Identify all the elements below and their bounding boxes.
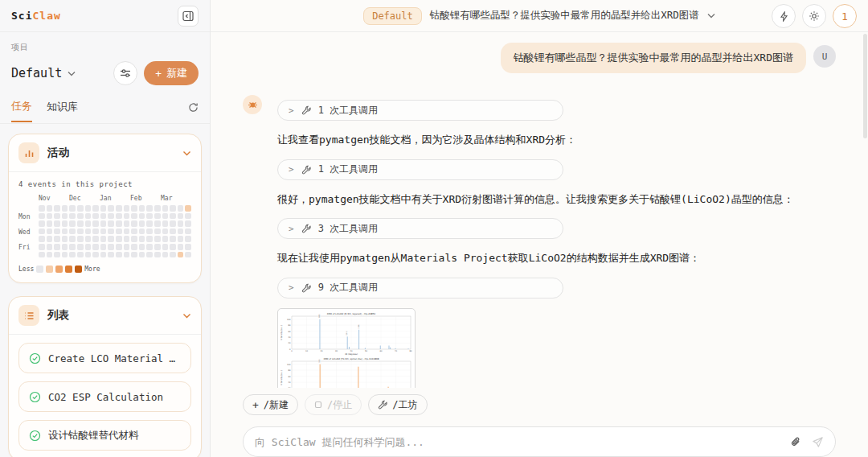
legend-less-label: Less <box>18 266 34 273</box>
activity-heatmap <box>39 205 191 259</box>
new-project-button[interactable]: + 新建 <box>144 61 199 85</box>
xrd-chart: 01020304050607080020406080100(111)XRD of… <box>280 356 413 389</box>
heatmap-cell <box>108 228 114 235</box>
tool-calls-expander[interactable]: >1 次工具调用 <box>277 100 563 121</box>
heatmap-cell <box>47 220 53 227</box>
refresh-icon[interactable] <box>188 102 199 119</box>
tool-calls-label: 1 次工具调用 <box>318 104 378 117</box>
heatmap-month: Mar <box>161 195 191 202</box>
heatmap-cell <box>92 213 99 220</box>
composer: +/新建/停止/工坊 <box>211 388 868 457</box>
heatmap-cell <box>154 228 161 235</box>
heatmap-cell <box>146 252 153 258</box>
heatmap-cell <box>85 205 92 212</box>
message-input[interactable] <box>255 436 780 448</box>
settings-button[interactable] <box>802 4 826 28</box>
heatmap-cell <box>62 252 68 258</box>
send-button[interactable] <box>812 436 824 448</box>
activity-card: 活动 4 events in this project NovDecJanFeb… <box>8 134 202 283</box>
heatmap-month: Jan <box>100 195 130 202</box>
conversation-title: 钴酸锂有哪些晶型？提供实验中最常用的晶型并给出XRD图谱 <box>430 9 699 23</box>
heatmap-cell <box>154 236 161 242</box>
heatmap-cell <box>146 236 153 242</box>
heatmap-cell <box>85 213 92 220</box>
heatmap-cell <box>77 244 84 250</box>
heatmap-cell <box>124 205 130 212</box>
assistant-text: 让我查看pymatgen技能文档，因为它涉及晶体结构和XRD分析： <box>277 132 836 148</box>
heatmap-cell <box>139 213 145 220</box>
heatmap-cell <box>92 205 99 212</box>
quick-actions-button[interactable] <box>772 4 796 28</box>
list-item[interactable]: CO2 ESP Calculation <box>18 381 191 412</box>
heatmap-cell <box>108 220 114 227</box>
composer-action-wrench-button[interactable]: /工坊 <box>368 394 427 415</box>
heatmap-cell <box>131 252 137 258</box>
panel-collapse-icon <box>182 10 194 22</box>
heatmap-cell <box>69 252 76 258</box>
sidebar: SciClaw 项目 Default + 新建 任务 知识库 <box>0 0 211 457</box>
project-dropdown[interactable]: Default <box>11 66 76 80</box>
heatmap-cell <box>69 244 76 250</box>
xrd-result-image[interactable]: 01020304050607080020406080100(003)(101)(… <box>277 308 416 389</box>
heatmap-cell <box>154 205 161 212</box>
heatmap-cell <box>39 205 45 212</box>
conversation-title-dropdown[interactable]: Default 钴酸锂有哪些晶型？提供实验中最常用的晶型并给出XRD图谱 <box>363 7 715 25</box>
activity-card-header[interactable]: 活动 <box>9 134 201 171</box>
heatmap-month: Feb <box>130 195 161 202</box>
tool-calls-expander[interactable]: >1 次工具调用 <box>277 159 563 180</box>
list-icon <box>18 305 39 326</box>
heatmap-cell <box>185 205 191 212</box>
heatmap-cell <box>54 236 60 242</box>
tool-calls-expander[interactable]: >9 次工具调用 <box>277 278 563 298</box>
heatmap-cell <box>108 244 114 250</box>
list-card-title: 列表 <box>47 308 174 323</box>
project-settings-button[interactable] <box>113 61 137 85</box>
heatmap-cell <box>178 213 184 220</box>
svg-text:Intensity (a.u.): Intensity (a.u.) <box>280 370 283 385</box>
chevron-down-icon <box>182 313 191 319</box>
attach-file-button[interactable] <box>790 436 802 448</box>
svg-text:XRD of LiCoO2 (Fd-3m, spinel-l: XRD of LiCoO2 (Fd-3m, spinel-like) - mp-… <box>323 356 379 360</box>
heatmap-cell <box>170 213 176 220</box>
composer-action-label: /停止 <box>327 398 352 412</box>
heatmap-cell <box>116 213 122 220</box>
crab-icon <box>248 100 258 110</box>
composer-action-plus-button[interactable]: +/新建 <box>243 394 298 415</box>
heatmap-cell <box>178 236 184 242</box>
chevron-right-icon: > <box>289 164 294 175</box>
tool-calls-expander[interactable]: >3 次工具调用 <box>277 218 563 239</box>
sidebar-collapse-button[interactable] <box>178 6 199 27</box>
list-item[interactable]: 设计钴酸锂替代材料 <box>18 420 191 451</box>
heatmap-cell <box>62 244 68 250</box>
heatmap-cell <box>100 252 107 258</box>
heatmap-cell <box>116 244 122 250</box>
list-item[interactable]: Create LCO Material Pr… <box>18 343 191 373</box>
heatmap-cell <box>178 205 184 212</box>
heatmap-cell <box>162 236 169 242</box>
list-card-header[interactable]: 列表 <box>9 297 201 334</box>
tab-tasks[interactable]: 任务 <box>11 99 32 122</box>
heatmap-cell <box>108 252 114 258</box>
user-avatar: U <box>813 45 836 68</box>
notification-count-button[interactable]: 1 <box>833 4 857 28</box>
heatmap-cell <box>92 252 99 258</box>
gear-icon <box>809 10 820 22</box>
heatmap-cell <box>47 244 53 250</box>
heatmap-cell <box>162 228 169 235</box>
heatmap-cell <box>178 252 184 258</box>
brand-claw: Claw <box>32 10 60 22</box>
svg-text:XRD of LiCoO2 (R-3m, layered): XRD of LiCoO2 (R-3m, layered) - mp-24850 <box>327 311 376 315</box>
tab-knowledge-base[interactable]: 知识库 <box>47 100 78 121</box>
heatmap-cell <box>146 228 153 235</box>
composer-action-stop-button[interactable]: /停止 <box>305 394 362 415</box>
chat-scrollbar[interactable] <box>863 34 867 447</box>
heatmap-cell <box>139 236 145 242</box>
wrench-icon <box>301 105 311 115</box>
heatmap-cell <box>85 236 92 242</box>
heatmap-cell <box>124 213 130 220</box>
heatmap-cell <box>77 228 84 235</box>
heatmap-cell <box>185 252 191 258</box>
svg-text:40: 40 <box>288 336 291 338</box>
svg-text:0: 0 <box>291 350 293 352</box>
heatmap-cell <box>39 213 45 220</box>
